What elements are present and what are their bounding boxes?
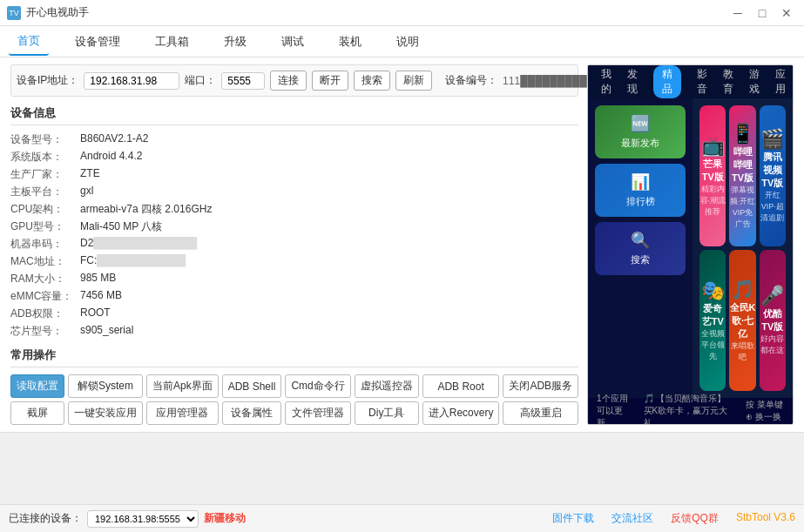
ip-label: 设备IP地址： [17,73,78,88]
tv-app-grid: 📺 芒果TV版 精彩内容·潮流推荐 📱 哔哩哔哩TV版 弹幕视频·开红VIP免广… [693,98,793,398]
port-input[interactable] [221,72,265,90]
tencent-icon: 🎬 [760,128,786,151]
tv-header: 我的 发现 精品 影音 教育 游戏 应用 管理 当贝市场 ZNDS NEW 🔍 [588,65,793,98]
info-label-1: 系统版本： [10,150,80,165]
tv-nav-media[interactable]: 影音 [697,67,707,97]
info-label-6: 机器串码： [10,237,80,252]
info-label-9: eMMC容量： [10,289,80,304]
adb-shell-button[interactable]: ADB Shell [222,374,282,398]
info-label-8: RAM大小： [10,272,80,286]
info-label-3: 主板平台： [10,185,80,199]
ip-input[interactable] [84,72,179,90]
status-links: 固件下载 交流社区 反馈QQ群 StbTool V3.6 [552,511,795,526]
read-config-button[interactable]: 读取配置 [10,374,64,398]
menu-item-docs[interactable]: 说明 [388,29,428,55]
device-info-title: 设备信息 [10,105,578,125]
menu-item-debug[interactable]: 调试 [273,29,313,55]
tv-footer-search: 按 菜单键 ⊕ 换一换 [746,399,784,423]
info-value-9: 7456 MB [80,289,578,304]
info-label-2: 生产厂家： [10,167,80,182]
bili-sublabel: 弹幕视频·开红VIP免广告 [729,185,755,230]
tv-nav-apps[interactable]: 应用 [775,67,786,97]
tv-nav-featured[interactable]: 精品 [653,65,681,98]
tv-background: 我的 发现 精品 影音 教育 游戏 应用 管理 当贝市场 ZNDS NEW 🔍 [588,65,793,424]
unlock-system-button[interactable]: 解锁System [68,374,143,398]
firmware-link[interactable]: 固件下载 [552,511,594,526]
tv-app-youku[interactable]: 🎵 全民K歌·七亿 来唱歌吧 [729,250,755,391]
adb-root-button[interactable]: ADB Root [422,374,500,398]
tool-link[interactable]: StbTool V3.6 [736,511,795,526]
tv-nav-games[interactable]: 游戏 [749,67,760,97]
info-value-3: gxl [80,185,578,199]
info-value-4: armeabi-v7a 四核 2.016GHz [80,202,578,217]
install-apps-button[interactable]: 一键安装应用 [68,401,143,425]
tv-footer-ad: 🎵 【当贝酷淘音乐】买K歌年卡，赢万元大礼 [644,393,733,425]
kugou-sublabel: 好内容都在这 [760,333,786,356]
tv-btn-new[interactable]: 🆕 最新发布 [595,105,686,158]
tv-app-mango[interactable]: 📺 芒果TV版 精彩内容·潮流推荐 [699,105,726,246]
maximize-button[interactable]: □ [752,4,773,22]
refresh-button[interactable]: 刷新 [395,71,432,91]
operations-section: 常用操作 读取配置 解锁System 当前Apk界面 ADB Shell Cmd… [10,347,578,425]
tencent-sublabel: 开红VIP·超清追剧 [760,190,786,224]
recovery-button[interactable]: 进入Recovery [422,401,500,425]
tv-app-bilibili[interactable]: 📱 哔哩哔哩TV版 弹幕视频·开红VIP免广告 [729,105,755,246]
diy-tools-button[interactable]: Diy工具 [355,401,419,425]
main-content: 设备IP地址： 端口： 连接 断开 搜索 刷新 设备编号： 111███████… [0,57,804,504]
tv-nav-my[interactable]: 我的 [601,67,611,97]
bili-label: 哔哩哔哩TV版 [729,145,755,185]
close-button[interactable]: ✕ [776,4,797,22]
info-value-0: B860AV2.1-A2 [80,132,578,147]
top-section: 设备IP地址： 端口： 连接 断开 搜索 刷新 设备编号： 111███████… [0,57,804,433]
menu-item-install[interactable]: 装机 [330,29,370,55]
info-value-5: Mali-450 MP 八核 [80,219,578,234]
close-adb-button[interactable]: 关闭ADB服务 [503,374,578,398]
tv-nav-edu[interactable]: 教育 [723,67,733,97]
virtual-remote-button[interactable]: 虚拟遥控器 [355,374,419,398]
file-manager-button[interactable]: 文件管理器 [285,401,350,425]
titlebar: TV 开心电视助手 ─ □ ✕ [0,0,804,26]
tv-app-iqiyi[interactable]: 🎭 爱奇艺TV 全视频平台领先 [699,250,726,391]
minimize-button[interactable]: ─ [727,4,748,22]
current-apk-button[interactable]: 当前Apk界面 [146,374,219,398]
disconnect-button[interactable]: 断开 [312,71,348,91]
titlebar-left: TV 开心电视助手 [7,5,89,20]
statusbar: 已连接的设备： 192.168.31.98:5555 新疆移动 固件下载 交流社… [0,504,804,532]
advanced-reboot-button[interactable]: 高级重启 [503,401,578,425]
new-icon: 🆕 [631,114,650,133]
app-title: 开心电视助手 [26,5,89,20]
tv-app-tencent[interactable]: 🎬 腾讯视频TV版 开红VIP·超清追剧 [760,105,786,246]
tv-btn-chart[interactable]: 📊 排行榜 [595,164,686,217]
tv-nav-discover[interactable]: 发现 [627,67,638,97]
qq-link[interactable]: 反馈QQ群 [671,511,719,526]
info-value-6: D2██████████████ [80,237,578,252]
menu-item-tools[interactable]: 工具箱 [146,29,198,55]
search-button[interactable]: 搜索 [354,71,390,91]
tv-btn-search[interactable]: 🔍 搜索 [595,222,686,275]
mango-sublabel: 精彩内容·潮流推荐 [699,184,726,218]
menu-item-upgrade[interactable]: 升级 [215,29,255,55]
connected-label: 已连接的设备： [9,511,82,526]
connect-button[interactable]: 连接 [270,71,307,91]
community-link[interactable]: 交流社区 [611,511,653,526]
kugou-icon: 🎤 [760,285,786,307]
tv-body: 🆕 最新发布 📊 排行榜 🔍 搜索 [588,98,793,398]
menu-item-home[interactable]: 首页 [9,28,49,56]
device-info-grid: 设备型号： B860AV2.1-A2 系统版本： Android 4.4.2 生… [10,132,578,339]
status-device: 已连接的设备： 192.168.31.98:5555 新疆移动 [9,510,246,528]
bili-icon: 📱 [729,123,755,145]
tv-left-sidebar: 🆕 最新发布 📊 排行榜 🔍 搜索 [588,98,693,398]
info-label-10: ADB权限： [10,306,80,321]
mango-icon: 📺 [699,135,726,158]
search-icon: 🔍 [631,231,650,250]
screenshot-button[interactable]: 截屏 [10,401,64,425]
menu-item-device[interactable]: 设备管理 [66,29,129,55]
info-label-5: GPU型号： [10,219,80,234]
youku-sublabel: 来唱歌吧 [729,340,755,363]
cmd-button[interactable]: Cmd命令行 [285,374,350,398]
tv-footer: 1个应用可以更新 🎵 【当贝酷淘音乐】买K歌年卡，赢万元大礼 按 菜单键 ⊕ 换… [588,398,793,424]
app-manager-button[interactable]: 应用管理器 [146,401,219,425]
tv-app-kugou[interactable]: 🎤 优酷TV版 好内容都在这 [760,250,786,391]
device-props-button[interactable]: 设备属性 [222,401,282,425]
device-select[interactable]: 192.168.31.98:5555 [87,510,199,528]
